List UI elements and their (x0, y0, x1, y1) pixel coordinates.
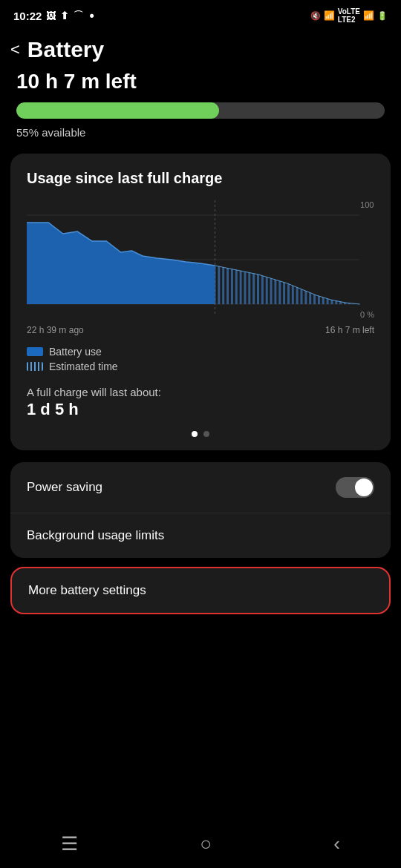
nav-menu-icon[interactable]: ☰ (61, 832, 78, 855)
power-saving-label: Power saving (27, 480, 102, 495)
chart-y-labels: 100 0 % (360, 200, 374, 319)
battery-bar-fill (16, 102, 219, 119)
chart-labels: 22 h 39 m ago 16 h 7 m left (27, 325, 374, 335)
power-saving-row[interactable]: Power saving (10, 462, 391, 513)
chart-svg (27, 200, 374, 319)
navigation-bar: ☰ ○ ‹ (0, 823, 401, 868)
dot-icon: • (89, 8, 94, 24)
battery-time-text: 10 h 7 m left (16, 70, 137, 93)
page-dot-1 (192, 431, 198, 437)
legend-estimated-time: Estimated time (27, 361, 374, 372)
charge-estimate-value: 1 d 5 h (27, 400, 374, 419)
battery-bar-background (16, 102, 385, 119)
svg-marker-7 (215, 266, 360, 304)
background-usage-row[interactable]: Background usage limits (10, 513, 391, 558)
charge-estimate-label: A full charge will last about: (27, 386, 374, 398)
battery-bar-container (0, 98, 401, 122)
page-title: Battery (27, 37, 104, 62)
usage-title: Usage since last full charge (27, 170, 374, 187)
page-dot-2 (203, 431, 209, 437)
usage-card: Usage since last full charge 100 0 % (10, 154, 391, 450)
wifi-icon: ⌒ (74, 9, 83, 22)
svg-marker-4 (27, 223, 215, 304)
network-icon: 📶 (363, 10, 374, 21)
battery-time-display: 10 h 7 m left (0, 70, 401, 98)
lte-label: VoLTELTE2 (338, 7, 360, 24)
legend-estimated-label: Estimated time (49, 361, 118, 372)
back-button[interactable]: < (10, 40, 20, 59)
chart-label-left: 22 h 39 m ago (27, 325, 84, 335)
status-time: 10:22 (13, 10, 42, 22)
status-bar: 10:22 🖼 ⬆ ⌒ • 🔇 📶 VoLTELTE2 📶 🔋 (0, 0, 401, 28)
toggle-knob (355, 479, 373, 496)
page-dots (27, 431, 374, 437)
status-left: 10:22 🖼 ⬆ ⌒ • (13, 8, 94, 24)
chart-y-bottom: 0 % (360, 310, 374, 319)
battery-chart: 100 0 % (27, 200, 374, 319)
nav-back-icon[interactable]: ‹ (333, 832, 340, 855)
more-settings-row[interactable]: More battery settings (12, 568, 389, 613)
upload-icon: ⬆ (60, 10, 69, 22)
mute-icon: 🔇 (310, 11, 321, 21)
background-usage-label: Background usage limits (27, 528, 164, 543)
legend-battery-use-label: Battery use (49, 346, 102, 358)
legend-striped-icon (27, 362, 43, 371)
legend-battery-use: Battery use (27, 346, 374, 358)
photo-icon: 🖼 (46, 10, 56, 22)
nav-home-icon[interactable]: ○ (200, 832, 212, 855)
chart-legend: Battery use Estimated time (27, 346, 374, 372)
power-saving-toggle[interactable] (336, 477, 374, 498)
status-right: 🔇 📶 VoLTELTE2 📶 🔋 (310, 7, 388, 24)
legend-solid-icon (27, 347, 43, 356)
chart-label-right: 16 h 7 m left (325, 325, 374, 335)
chart-y-top: 100 (360, 200, 374, 209)
signal-icon: 📶 (324, 10, 335, 21)
settings-section: Power saving Background usage limits (10, 462, 391, 558)
battery-icon: 🔋 (377, 11, 388, 21)
battery-available-text: 55% available (0, 122, 401, 149)
more-settings-section[interactable]: More battery settings (10, 567, 391, 614)
more-settings-label: More battery settings (28, 583, 146, 598)
page-header: < Battery (0, 28, 401, 70)
